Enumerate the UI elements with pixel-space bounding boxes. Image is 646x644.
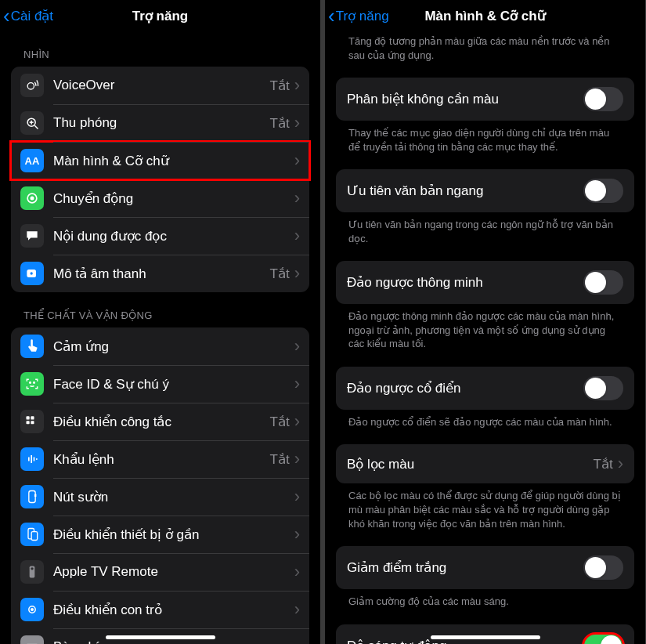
audio-desc-value: Tắt bbox=[270, 266, 290, 282]
keyboard-label: Bàn phím bbox=[53, 639, 294, 644]
chevron-left-icon: ‹ bbox=[3, 5, 10, 26]
voice-control-label: Khẩu lệnh bbox=[53, 451, 270, 468]
svg-line-2 bbox=[34, 125, 38, 128]
nearby-control-label: Điều khiển thiết bị ở gần bbox=[53, 526, 294, 543]
row-horizontal-text[interactable]: Ưu tiên văn bản ngang bbox=[336, 169, 634, 212]
touch-icon bbox=[20, 335, 44, 358]
group-color-filter: Bộ lọc màu Tắt › bbox=[336, 444, 634, 483]
classic-invert-label: Đảo ngược cổ điển bbox=[347, 380, 583, 396]
tv-remote-icon bbox=[20, 560, 44, 584]
voice-control-value: Tắt bbox=[270, 451, 290, 468]
audio-desc-label: Mô tả âm thanh bbox=[53, 266, 270, 282]
row-pointer-control[interactable]: Điều khiển con trỏ › bbox=[11, 591, 309, 628]
chevron-right-icon: › bbox=[294, 487, 300, 507]
scroll-content[interactable]: NHÌN VoiceOver Tắt › Thu phóng Tắt › bbox=[0, 31, 320, 644]
back-button[interactable]: ‹ Cài đặt bbox=[3, 5, 53, 26]
switch-control-label: Điều khiển công tắc bbox=[53, 414, 270, 430]
text-size-icon: AA bbox=[20, 149, 44, 172]
row-switch-control[interactable]: Điều khiển công tắc Tắt › bbox=[11, 403, 309, 440]
row-display-text[interactable]: AA Màn hình & Cỡ chữ › bbox=[11, 142, 309, 179]
chevron-right-icon: › bbox=[294, 637, 300, 644]
white-point-desc: Giảm cường độ của các màu sáng. bbox=[336, 589, 634, 609]
svg-point-6 bbox=[31, 197, 33, 199]
svg-rect-13 bbox=[27, 421, 30, 424]
scroll-content[interactable]: Tăng độ tương phản màu giữa các màu nền … bbox=[325, 31, 645, 644]
zoom-label: Thu phóng bbox=[53, 115, 270, 131]
colorless-toggle[interactable] bbox=[583, 87, 623, 111]
row-faceid[interactable]: Face ID & Sự chú ý › bbox=[11, 365, 309, 403]
speech-bubble-icon bbox=[20, 224, 44, 248]
svg-rect-14 bbox=[31, 421, 34, 424]
horizontal-toggle[interactable] bbox=[583, 179, 623, 203]
row-white-point[interactable]: Giảm điểm trắng bbox=[336, 546, 634, 589]
horizontal-desc: Ưu tiên văn bản ngang trong các ngôn ngữ… bbox=[336, 212, 634, 245]
voiceover-icon bbox=[20, 74, 44, 97]
chevron-right-icon: › bbox=[294, 449, 300, 469]
smart-invert-toggle[interactable] bbox=[583, 270, 623, 295]
phone-display-text: ‹ Trợ năng Màn hình & Cỡ chữ Tăng độ tươ… bbox=[325, 0, 645, 644]
classic-invert-toggle[interactable] bbox=[583, 376, 623, 400]
chevron-right-icon: › bbox=[618, 454, 623, 474]
switch-control-icon bbox=[20, 410, 44, 433]
page-title: Màn hình & Cỡ chữ bbox=[424, 8, 545, 24]
nav-bar: ‹ Cài đặt Trợ năng bbox=[0, 0, 320, 31]
row-nearby-control[interactable]: Điều khiển thiết bị ở gần › bbox=[11, 516, 309, 553]
row-touch[interactable]: Cảm ứng › bbox=[11, 327, 309, 365]
row-motion[interactable]: Chuyển động › bbox=[11, 179, 309, 217]
svg-point-24 bbox=[31, 567, 33, 570]
row-colorless[interactable]: Phân biệt không cần màu bbox=[336, 78, 634, 121]
svg-point-8 bbox=[31, 272, 33, 274]
home-indicator[interactable] bbox=[106, 635, 215, 639]
svg-rect-17 bbox=[34, 458, 35, 461]
row-color-filter[interactable]: Bộ lọc màu Tắt › bbox=[336, 444, 634, 483]
group-vision: VoiceOver Tắt › Thu phóng Tắt › AA Màn h… bbox=[11, 67, 309, 292]
color-filter-value: Tắt bbox=[594, 456, 613, 472]
spoken-content-label: Nội dung được đọc bbox=[53, 228, 294, 244]
keyboard-icon bbox=[20, 635, 44, 644]
zoom-icon bbox=[20, 111, 44, 135]
color-filter-label: Bộ lọc màu bbox=[347, 456, 594, 472]
group-horizontal: Ưu tiên văn bản ngang bbox=[336, 169, 634, 212]
color-filter-desc: Các bộ lọc màu có thể được sử dụng để gi… bbox=[336, 483, 634, 530]
touch-label: Cảm ứng bbox=[53, 338, 294, 355]
group-classic-invert: Đảo ngược cổ điển bbox=[336, 367, 634, 410]
row-side-button[interactable]: Nút sườn › bbox=[11, 478, 309, 516]
home-indicator[interactable] bbox=[431, 635, 540, 639]
chevron-right-icon: › bbox=[294, 336, 300, 356]
chevron-right-icon: › bbox=[294, 524, 300, 545]
svg-rect-22 bbox=[31, 532, 37, 541]
colorless-label: Phân biệt không cần màu bbox=[347, 91, 583, 107]
row-audio-descriptions[interactable]: Mô tả âm thanh Tắt › bbox=[11, 255, 309, 292]
classic-invert-desc: Đảo ngược cổ điển sẽ đảo ngược các màu c… bbox=[336, 410, 634, 429]
group-physical: Cảm ứng › Face ID & Sự chú ý › Điều khiể… bbox=[11, 327, 309, 644]
audio-desc-icon bbox=[20, 262, 44, 285]
page-title: Trợ năng bbox=[132, 8, 188, 24]
auto-brightness-toggle[interactable] bbox=[583, 634, 623, 644]
smart-invert-desc: Đảo ngược thông minh đảo ngược các màu c… bbox=[336, 304, 634, 351]
row-smart-invert[interactable]: Đảo ngược thông minh bbox=[336, 261, 634, 304]
row-voiceover[interactable]: VoiceOver Tắt › bbox=[11, 67, 309, 104]
row-voice-control[interactable]: Khẩu lệnh Tắt › bbox=[11, 440, 309, 478]
white-point-label: Giảm điểm trắng bbox=[347, 559, 583, 576]
chevron-right-icon: › bbox=[294, 75, 300, 96]
group-auto-brightness: Độ sáng tự động bbox=[336, 624, 634, 644]
svg-rect-16 bbox=[31, 455, 32, 463]
row-classic-invert[interactable]: Đảo ngược cổ điển bbox=[336, 367, 634, 410]
svg-rect-12 bbox=[31, 416, 34, 419]
section-header-vision: NHÌN bbox=[11, 31, 309, 67]
motion-icon bbox=[20, 186, 44, 210]
section-header-physical: THỂ CHẤT VÀ VẬN ĐỘNG bbox=[11, 292, 309, 327]
voiceover-label: VoiceOver bbox=[53, 78, 270, 93]
row-appletv-remote[interactable]: Apple TV Remote › bbox=[11, 553, 309, 591]
white-point-toggle[interactable] bbox=[583, 555, 623, 580]
chevron-right-icon: › bbox=[294, 599, 300, 620]
voiceover-value: Tắt bbox=[270, 78, 290, 94]
smart-invert-label: Đảo ngược thông minh bbox=[347, 274, 583, 291]
row-spoken-content[interactable]: Nội dung được đọc › bbox=[11, 217, 309, 255]
chevron-right-icon: › bbox=[294, 150, 300, 171]
back-button[interactable]: ‹ Trợ năng bbox=[328, 5, 389, 26]
row-auto-brightness[interactable]: Độ sáng tự động bbox=[336, 624, 634, 644]
row-zoom[interactable]: Thu phóng Tắt › bbox=[11, 104, 309, 142]
group-smart-invert: Đảo ngược thông minh bbox=[336, 261, 634, 304]
chevron-right-icon: › bbox=[294, 226, 300, 246]
